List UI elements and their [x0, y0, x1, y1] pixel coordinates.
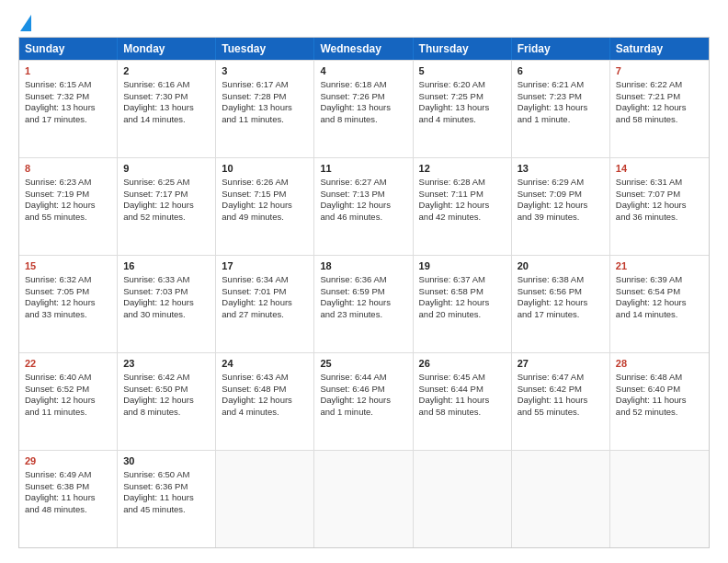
calendar-cell: 16Sunrise: 6:33 AMSunset: 7:03 PMDayligh…	[118, 256, 216, 352]
day-info: Daylight: 12 hours	[25, 395, 111, 407]
day-info: Sunrise: 6:32 AM	[25, 274, 111, 286]
day-info: Sunrise: 6:28 AM	[419, 177, 506, 189]
day-info: and 14 minutes.	[616, 309, 703, 321]
day-info: Daylight: 12 hours	[616, 102, 703, 114]
calendar-header: SundayMondayTuesdayWednesdayThursdayFrid…	[19, 38, 709, 60]
day-number: 18	[320, 259, 406, 273]
calendar-cell: 8Sunrise: 6:23 AMSunset: 7:19 PMDaylight…	[19, 158, 118, 255]
day-info: Sunset: 7:11 PM	[419, 189, 506, 201]
day-number: 10	[222, 162, 308, 176]
day-info: Sunrise: 6:31 AM	[616, 177, 703, 189]
calendar-cell: 13Sunrise: 6:29 AMSunset: 7:09 PMDayligh…	[512, 158, 610, 255]
day-info: Daylight: 12 hours	[419, 200, 506, 212]
day-info: Sunset: 7:19 PM	[25, 189, 111, 201]
day-info: Sunset: 6:58 PM	[419, 286, 506, 298]
day-info: and 52 minutes.	[616, 407, 703, 419]
day-info: and 49 minutes.	[222, 212, 308, 224]
day-number: 30	[123, 454, 210, 468]
day-number: 29	[25, 454, 111, 468]
day-info: Sunset: 6:42 PM	[518, 384, 604, 396]
calendar-cell: 1Sunrise: 6:15 AMSunset: 7:32 PMDaylight…	[19, 61, 118, 157]
calendar-cell: 23Sunrise: 6:42 AMSunset: 6:50 PMDayligh…	[118, 353, 216, 450]
header-day-sunday: Sunday	[19, 38, 118, 60]
day-info: Daylight: 12 hours	[320, 395, 406, 407]
day-info: Daylight: 12 hours	[222, 395, 308, 407]
day-info: and 55 minutes.	[518, 407, 604, 419]
day-info: Daylight: 12 hours	[320, 200, 406, 212]
day-number: 19	[419, 259, 506, 273]
day-info: Daylight: 11 hours	[419, 395, 506, 407]
calendar-cell: 4Sunrise: 6:18 AMSunset: 7:26 PMDaylight…	[314, 61, 413, 157]
calendar-cell: 26Sunrise: 6:45 AMSunset: 6:44 PMDayligh…	[414, 353, 512, 450]
day-info: Sunrise: 6:47 AM	[518, 372, 604, 384]
day-info: Sunset: 7:13 PM	[320, 189, 406, 201]
day-info: Sunrise: 6:18 AM	[320, 79, 406, 91]
day-info: and 1 minute.	[320, 407, 406, 419]
calendar-cell	[216, 451, 314, 547]
day-number: 8	[25, 162, 111, 176]
calendar-row-0: 1Sunrise: 6:15 AMSunset: 7:32 PMDaylight…	[19, 60, 709, 157]
day-info: and 14 minutes.	[123, 114, 210, 126]
day-info: Daylight: 12 hours	[518, 200, 604, 212]
day-number: 9	[123, 162, 210, 176]
day-info: Daylight: 13 hours	[222, 102, 308, 114]
day-number: 14	[616, 162, 703, 176]
calendar: SundayMondayTuesdayWednesdayThursdayFrid…	[18, 37, 710, 548]
day-info: and 39 minutes.	[518, 212, 604, 224]
day-info: Daylight: 12 hours	[222, 200, 308, 212]
calendar-body: 1Sunrise: 6:15 AMSunset: 7:32 PMDaylight…	[19, 60, 709, 547]
day-info: Sunset: 7:25 PM	[419, 91, 506, 103]
day-info: Sunrise: 6:48 AM	[616, 372, 703, 384]
day-info: Sunrise: 6:42 AM	[123, 372, 210, 384]
calendar-cell: 6Sunrise: 6:21 AMSunset: 7:23 PMDaylight…	[512, 61, 610, 157]
day-info: Sunrise: 6:26 AM	[222, 177, 308, 189]
day-number: 23	[123, 357, 210, 371]
calendar-cell: 11Sunrise: 6:27 AMSunset: 7:13 PMDayligh…	[314, 158, 413, 255]
calendar-cell: 21Sunrise: 6:39 AMSunset: 6:54 PMDayligh…	[610, 256, 709, 352]
day-info: Sunset: 7:32 PM	[25, 91, 111, 103]
calendar-cell: 2Sunrise: 6:16 AMSunset: 7:30 PMDaylight…	[118, 61, 216, 157]
logo	[18, 15, 31, 28]
day-info: Sunrise: 6:29 AM	[518, 177, 604, 189]
header	[18, 15, 710, 28]
header-day-monday: Monday	[118, 38, 216, 60]
calendar-cell: 30Sunrise: 6:50 AMSunset: 6:36 PMDayligh…	[118, 451, 216, 547]
calendar-cell: 10Sunrise: 6:26 AMSunset: 7:15 PMDayligh…	[216, 158, 314, 255]
day-number: 2	[123, 64, 210, 78]
day-info: Sunset: 6:46 PM	[320, 384, 406, 396]
day-number: 25	[320, 357, 406, 371]
day-info: Sunset: 7:23 PM	[518, 91, 604, 103]
calendar-cell: 24Sunrise: 6:43 AMSunset: 6:48 PMDayligh…	[216, 353, 314, 450]
day-info: Sunset: 6:52 PM	[25, 384, 111, 396]
calendar-cell: 5Sunrise: 6:20 AMSunset: 7:25 PMDaylight…	[414, 61, 512, 157]
day-number: 20	[518, 259, 604, 273]
calendar-row-3: 22Sunrise: 6:40 AMSunset: 6:52 PMDayligh…	[19, 352, 709, 450]
calendar-cell: 20Sunrise: 6:38 AMSunset: 6:56 PMDayligh…	[512, 256, 610, 352]
day-number: 12	[419, 162, 506, 176]
calendar-cell: 17Sunrise: 6:34 AMSunset: 7:01 PMDayligh…	[216, 256, 314, 352]
day-info: Sunrise: 6:37 AM	[419, 274, 506, 286]
day-info: Sunset: 7:15 PM	[222, 189, 308, 201]
day-info: Sunset: 7:21 PM	[616, 91, 703, 103]
day-number: 7	[616, 64, 703, 78]
day-number: 5	[419, 64, 506, 78]
day-info: Sunset: 7:28 PM	[222, 91, 308, 103]
calendar-cell	[414, 451, 512, 547]
day-info: Sunset: 6:40 PM	[616, 384, 703, 396]
day-info: and 11 minutes.	[222, 114, 308, 126]
day-info: Sunset: 7:01 PM	[222, 286, 308, 298]
day-info: Daylight: 11 hours	[616, 395, 703, 407]
calendar-cell: 29Sunrise: 6:49 AMSunset: 6:38 PMDayligh…	[19, 451, 118, 547]
day-info: and 11 minutes.	[25, 407, 111, 419]
day-info: Daylight: 12 hours	[616, 200, 703, 212]
day-info: Sunset: 7:26 PM	[320, 91, 406, 103]
day-info: Sunset: 6:50 PM	[123, 384, 210, 396]
day-info: Sunrise: 6:39 AM	[616, 274, 703, 286]
day-info: Sunrise: 6:36 AM	[320, 274, 406, 286]
day-number: 6	[518, 64, 604, 78]
header-day-thursday: Thursday	[414, 38, 512, 60]
day-info: and 58 minutes.	[419, 407, 506, 419]
day-number: 28	[616, 357, 703, 371]
day-info: Daylight: 12 hours	[419, 297, 506, 309]
day-info: Sunset: 6:36 PM	[123, 481, 210, 493]
